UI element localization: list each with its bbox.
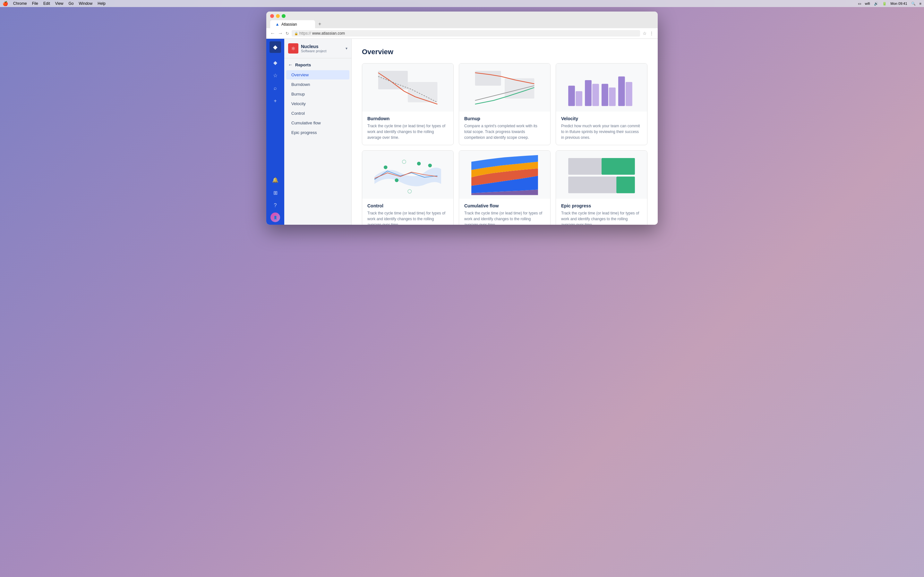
burndown-chart — [362, 63, 453, 111]
maximize-button[interactable] — [282, 14, 286, 18]
sidebar-section-label: Reports — [295, 63, 311, 67]
menu-file[interactable]: File — [32, 1, 38, 6]
project-icon: ⚛ — [288, 43, 298, 53]
svg-rect-18 — [568, 158, 602, 175]
svg-point-15 — [428, 163, 432, 167]
svg-rect-10 — [618, 76, 625, 106]
address-actions: ☆ ⋮ — [643, 31, 654, 36]
more-button[interactable]: ⋮ — [649, 31, 654, 36]
svg-rect-5 — [575, 91, 582, 106]
page-title: Overview — [362, 48, 648, 56]
menu-wifi: wifi — [865, 2, 870, 5]
velocity-card[interactable]: Velocity Predict how much work your team… — [556, 63, 648, 145]
main-content: Overview — [352, 39, 658, 225]
velocity-chart — [556, 63, 647, 111]
menu-controls[interactable]: ≡ — [919, 2, 921, 5]
sidebar-item-velocity[interactable]: Velocity — [286, 99, 349, 108]
project-sidebar: ⚛ Nucleus Software project ▾ ← Reports O… — [284, 39, 352, 225]
epic-thumbnail — [556, 151, 647, 199]
browser-tab-atlassian[interactable]: ▲ Atlassian — [270, 20, 315, 28]
svg-rect-20 — [602, 158, 635, 175]
sidebar-item-cumulative-flow[interactable]: Cumulative flow — [286, 118, 349, 127]
forward-button[interactable]: → — [278, 31, 283, 36]
velocity-desc: Predict how much work your team can comm… — [561, 123, 642, 140]
menubar: 🍎 Chrome File Edit View Go Window Help ▭… — [0, 0, 924, 7]
new-tab-button[interactable]: + — [316, 20, 324, 28]
control-title: Control — [367, 203, 448, 208]
velocity-body: Velocity Predict how much work your team… — [556, 111, 647, 145]
sidebar-item-control[interactable]: Control — [286, 109, 349, 118]
burnup-body: Burnup Compare a sprint's completed work… — [459, 111, 550, 145]
close-button[interactable] — [270, 14, 274, 18]
cumulative-chart — [459, 151, 550, 199]
minimize-button[interactable] — [276, 14, 280, 18]
burnup-card[interactable]: Burnup Compare a sprint's completed work… — [459, 63, 551, 145]
svg-point-14 — [417, 162, 421, 166]
user-avatar[interactable]: 👤 — [270, 213, 280, 222]
security-lock-icon: 🔒 — [294, 32, 298, 35]
address-bar: ← → ↻ 🔒 https:// www.atlassian.com ☆ ⋮ — [266, 28, 658, 39]
control-thumbnail — [362, 151, 453, 199]
sidebar-item-burnup[interactable]: Burnup — [286, 89, 349, 99]
menu-go[interactable]: Go — [69, 1, 74, 6]
burndown-desc: Track the cycle time (or lead time) for … — [367, 123, 448, 140]
sidebar-item-burndown[interactable]: Burndown — [286, 80, 349, 89]
burnup-chart — [459, 63, 550, 111]
project-chevron-icon: ▾ — [346, 46, 347, 51]
nav-search-button[interactable]: ⌕ — [270, 82, 281, 94]
burnup-desc: Compare a sprint's completed work with i… — [464, 123, 545, 140]
svg-point-17 — [408, 189, 412, 193]
svg-rect-8 — [602, 84, 608, 106]
menu-screen-mirror: ▭ — [858, 2, 861, 6]
nav-sidebar: ◆ ◆ ☆ ⌕ + 🔔 ⊞ ? 👤 — [266, 39, 284, 225]
refresh-button[interactable]: ↻ — [286, 31, 289, 36]
reports-grid: Burndown Track the cycle time (or lead t… — [362, 63, 648, 225]
menu-volume: 🔊 — [874, 2, 879, 6]
nav-help-button[interactable]: ? — [270, 200, 281, 211]
control-card[interactable]: Control Track the cycle time (or lead ti… — [362, 150, 454, 225]
epic-progress-card[interactable]: Epic progress Track the cycle time (or l… — [556, 150, 648, 225]
nav-create-button[interactable]: + — [270, 95, 281, 107]
svg-point-13 — [402, 160, 406, 164]
menu-battery: 🔋 — [882, 2, 887, 6]
menu-edit[interactable]: Edit — [43, 1, 50, 6]
nav-apps-button[interactable]: ⊞ — [270, 187, 281, 198]
menu-search[interactable]: 🔍 — [911, 2, 916, 6]
burndown-card[interactable]: Burndown Track the cycle time (or lead t… — [362, 63, 454, 145]
nav-notifications-button[interactable]: 🔔 — [270, 174, 281, 185]
menu-help[interactable]: Help — [97, 1, 105, 6]
svg-rect-9 — [609, 87, 615, 106]
nav-starred-button[interactable]: ☆ — [270, 69, 281, 81]
cumulative-thumbnail — [459, 151, 550, 199]
cumulative-desc: Track the cycle time (or lead time) for … — [464, 210, 545, 225]
menu-window[interactable]: Window — [79, 1, 93, 6]
svg-rect-6 — [585, 80, 591, 106]
sidebar-item-overview[interactable]: Overview — [286, 70, 349, 79]
traffic-lights — [270, 14, 654, 18]
url-field[interactable]: 🔒 https:// www.atlassian.com — [292, 30, 640, 37]
burnup-title: Burnup — [464, 116, 545, 121]
app-container: ◆ ◆ ☆ ⌕ + 🔔 ⊞ ? 👤 ⚛ Nucleus Software pro… — [266, 39, 658, 225]
bookmark-button[interactable]: ☆ — [643, 31, 647, 36]
cumulative-title: Cumulative flow — [464, 203, 545, 208]
nav-home-button[interactable]: ◆ — [270, 57, 281, 68]
menu-chrome[interactable]: Chrome — [13, 1, 27, 6]
project-info: Nucleus Software project — [301, 44, 346, 53]
epic-chart — [556, 151, 647, 199]
project-header[interactable]: ⚛ Nucleus Software project ▾ — [284, 39, 351, 58]
menu-time: Mon 09:41 — [891, 2, 907, 5]
back-button[interactable]: ← — [270, 31, 275, 36]
cumulative-body: Cumulative flow Track the cycle time (or… — [459, 199, 550, 225]
sidebar-reports-header[interactable]: ← Reports — [284, 58, 351, 70]
atlassian-logo: ◆ — [270, 41, 281, 53]
menu-view[interactable]: View — [55, 1, 63, 6]
svg-rect-7 — [592, 84, 599, 106]
svg-rect-4 — [568, 85, 575, 106]
cumulative-flow-card[interactable]: Cumulative flow Track the cycle time (or… — [459, 150, 551, 225]
svg-rect-11 — [626, 82, 632, 106]
sidebar-item-epic-progress[interactable]: Epic progress — [286, 128, 349, 137]
svg-rect-21 — [616, 177, 635, 193]
svg-point-12 — [384, 165, 388, 169]
apple-menu[interactable]: 🍎 — [3, 1, 8, 6]
burndown-body: Burndown Track the cycle time (or lead t… — [362, 111, 453, 145]
